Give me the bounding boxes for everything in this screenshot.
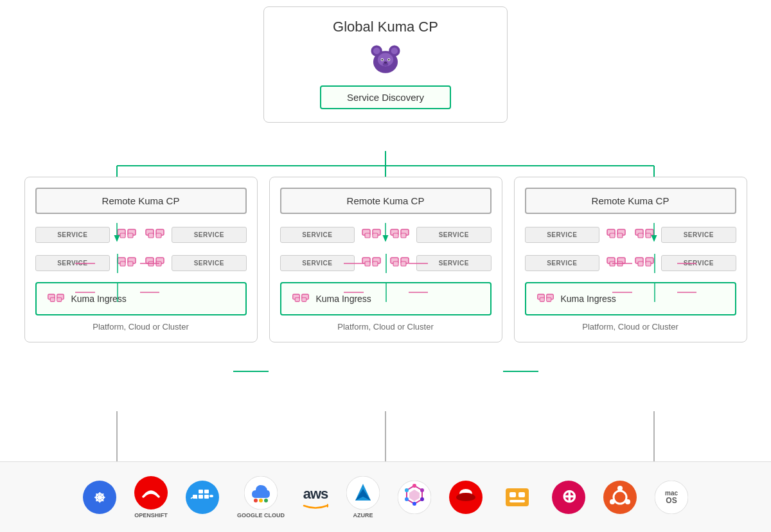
svg-rect-69 [401,233,406,238]
service-row-2-1: SERVICE [280,223,492,246]
svg-point-41 [384,62,387,64]
svg-point-124 [420,488,424,492]
openshift-label: OPENSHIFT [134,512,168,519]
svg-rect-56 [148,262,154,266]
svg-rect-44 [120,233,125,238]
svg-point-113 [254,499,258,502]
svg-rect-72 [365,262,370,266]
logo-redhat [449,481,483,514]
logo-rancher [501,481,534,514]
svg-rect-100 [540,297,544,301]
service-label: SERVICE [661,255,736,271]
svg-point-143 [625,499,630,504]
svg-point-111 [209,495,213,497]
logo-docker [186,481,219,514]
svg-rect-64 [365,233,370,238]
svg-rect-76 [393,262,398,266]
logo-openshift: OPENSHIFT [134,476,168,519]
cluster-label-1: Platform, Cloud or Cluster [35,322,247,332]
svg-text:⊕: ⊕ [562,486,576,506]
svg-point-142 [617,486,623,491]
aws-arrow [303,502,328,509]
svg-rect-110 [204,490,209,493]
kubernetes-icon: ⎈ [83,481,116,514]
ingress-icon [292,290,310,308]
svg-point-114 [259,499,263,502]
svg-rect-93 [617,262,623,266]
svg-rect-135 [510,492,516,497]
proxy-icon [633,251,656,274]
svg-rect-77 [401,262,406,266]
proxy-icon [143,251,166,274]
svg-rect-81 [301,297,306,301]
service-label: SERVICE [661,227,736,243]
svg-rect-53 [128,262,133,266]
svg-rect-80 [295,297,299,301]
svg-point-128 [405,488,409,492]
cluster-panel-1: Remote Kuma CP SERVICE [24,177,258,342]
remote-cp-3: Remote Kuma CP [525,188,736,214]
macos-icon: mac OS [655,481,688,514]
svg-point-39 [388,59,390,61]
service-label: SERVICE [525,255,600,271]
svg-rect-109 [199,490,203,493]
svg-rect-97 [646,262,651,266]
service-label: SERVICE [416,227,492,243]
service-label: SERVICE [172,255,247,271]
ingress-icon [47,290,65,308]
service-label: SERVICE [525,227,600,243]
ingress-box-3: Kuma Ingress [525,282,736,315]
proxy-icon [143,223,166,246]
svg-rect-52 [120,262,125,266]
proxy-icon [388,223,411,246]
google-cloud-icon [244,476,278,510]
service-label: SERVICE [35,255,111,271]
svg-rect-107 [199,495,203,499]
svg-point-125 [420,497,424,501]
clusters-row: Remote Kuma CP SERVICE [6,177,765,342]
service-label: SERVICE [280,255,355,271]
ingress-box-2: Kuma Ingress [280,282,492,315]
logo-google-cloud: Google Cloud [237,476,285,519]
azure-label: Azure [353,512,373,519]
google-cloud-label: Google Cloud [237,512,285,519]
svg-point-126 [412,502,416,506]
svg-point-132 [456,493,475,501]
service-discovery-label: Service Discovery [347,92,424,103]
ingress-label-2: Kuma Ingress [316,294,371,304]
logo-macos: mac OS [655,481,688,514]
svg-text:⎈: ⎈ [94,487,105,506]
svg-rect-88 [638,233,643,238]
svg-rect-60 [50,297,55,301]
logo-aws: aws [303,486,328,509]
proxy-icon [115,223,138,246]
service-row-1-1: SERVICE [35,223,247,246]
cluster-panel-3: Remote Kuma CP SERVICE [514,177,747,342]
svg-text:OS: OS [666,496,677,505]
service-row-1-2: SERVICE [35,251,247,274]
global-cp-box: Global Kuma CP Service Discovery [263,6,508,123]
service-label: SERVICE [35,227,111,243]
logo-azure: Azure [346,476,380,519]
service-label: SERVICE [172,227,247,243]
svg-rect-92 [610,262,615,266]
service-row-3-1: SERVICE [525,223,736,246]
svg-rect-136 [518,492,525,497]
proxy-icon [388,251,411,274]
svg-marker-116 [327,504,328,508]
redhat-icon [449,481,483,514]
svg-point-144 [610,499,615,504]
svg-rect-57 [156,262,161,266]
kuma-bear-icon [369,43,402,76]
svg-point-33 [373,48,380,54]
ingress-icon [536,290,554,308]
svg-rect-108 [204,495,209,499]
svg-point-140 [603,481,637,514]
logo-kong-mesh [398,481,431,514]
service-label: SERVICE [280,227,355,243]
svg-point-123 [412,484,416,488]
ingress-box-1: Kuma Ingress [35,282,247,315]
service-row-3-2: SERVICE [525,251,736,274]
cluster-label-3: Platform, Cloud or Cluster [525,322,736,332]
svg-rect-84 [610,233,615,238]
